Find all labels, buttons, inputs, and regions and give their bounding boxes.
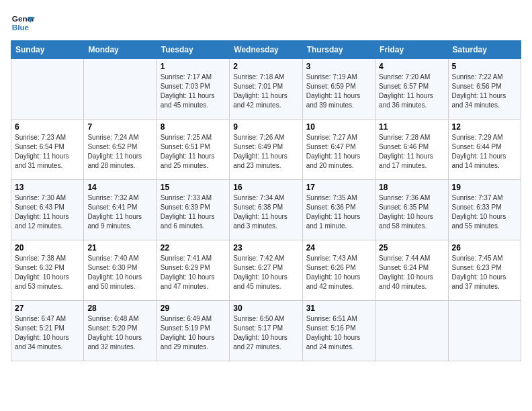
day-number: 9 xyxy=(233,122,298,132)
logo-icon: General Blue xyxy=(11,11,35,35)
day-info: Sunrise: 7:19 AM Sunset: 6:59 PM Dayligh… xyxy=(306,73,371,110)
weekday-header-monday: Monday xyxy=(84,41,157,59)
day-info: Sunrise: 6:49 AM Sunset: 5:19 PM Dayligh… xyxy=(161,314,226,352)
calendar-cell: 8Sunrise: 7:25 AM Sunset: 6:51 PM Daylig… xyxy=(157,120,229,180)
calendar-cell: 9Sunrise: 7:26 AM Sunset: 6:49 PM Daylig… xyxy=(230,120,302,180)
day-number: 29 xyxy=(161,304,226,313)
calendar-cell: 13Sunrise: 7:30 AM Sunset: 6:43 PM Dayli… xyxy=(11,180,84,240)
calendar-cell: 1Sunrise: 7:17 AM Sunset: 7:03 PM Daylig… xyxy=(157,59,229,120)
day-info: Sunrise: 6:50 AM Sunset: 5:17 PM Dayligh… xyxy=(233,314,298,352)
calendar-week-1: 1Sunrise: 7:17 AM Sunset: 7:03 PM Daylig… xyxy=(11,59,521,120)
day-number: 30 xyxy=(233,304,298,313)
weekday-header-saturday: Saturday xyxy=(448,41,521,59)
calendar-cell: 31Sunrise: 6:51 AM Sunset: 5:16 PM Dayli… xyxy=(302,301,375,361)
day-info: Sunrise: 6:48 AM Sunset: 5:20 PM Dayligh… xyxy=(87,314,152,352)
day-number: 8 xyxy=(161,122,226,132)
day-number: 16 xyxy=(233,183,298,192)
calendar-cell: 27Sunrise: 6:47 AM Sunset: 5:21 PM Dayli… xyxy=(11,301,84,361)
day-number: 24 xyxy=(306,243,371,253)
day-info: Sunrise: 7:27 AM Sunset: 6:47 PM Dayligh… xyxy=(306,133,371,171)
day-info: Sunrise: 7:30 AM Sunset: 6:43 PM Dayligh… xyxy=(15,193,80,231)
calendar-cell: 7Sunrise: 7:24 AM Sunset: 6:52 PM Daylig… xyxy=(84,120,157,180)
day-info: Sunrise: 6:47 AM Sunset: 5:21 PM Dayligh… xyxy=(15,314,80,352)
day-number: 11 xyxy=(379,122,444,132)
day-number: 12 xyxy=(452,122,517,132)
calendar-cell: 20Sunrise: 7:38 AM Sunset: 6:32 PM Dayli… xyxy=(11,240,84,301)
day-number: 13 xyxy=(15,183,80,192)
calendar-cell: 15Sunrise: 7:33 AM Sunset: 6:39 PM Dayli… xyxy=(157,180,229,240)
day-number: 21 xyxy=(87,243,152,253)
weekday-header-wednesday: Wednesday xyxy=(230,41,302,59)
day-number: 5 xyxy=(452,62,517,71)
day-number: 27 xyxy=(15,304,80,313)
day-number: 2 xyxy=(233,62,298,71)
day-info: Sunrise: 7:44 AM Sunset: 6:24 PM Dayligh… xyxy=(379,254,444,291)
day-number: 6 xyxy=(15,122,80,132)
day-number: 19 xyxy=(452,183,517,192)
calendar-cell: 23Sunrise: 7:42 AM Sunset: 6:27 PM Dayli… xyxy=(230,240,302,301)
day-info: Sunrise: 7:20 AM Sunset: 6:57 PM Dayligh… xyxy=(379,73,444,110)
day-info: Sunrise: 6:51 AM Sunset: 5:16 PM Dayligh… xyxy=(306,314,371,352)
calendar-cell: 12Sunrise: 7:29 AM Sunset: 6:44 PM Dayli… xyxy=(448,120,521,180)
day-info: Sunrise: 7:35 AM Sunset: 6:36 PM Dayligh… xyxy=(306,193,371,231)
calendar-cell: 4Sunrise: 7:20 AM Sunset: 6:57 PM Daylig… xyxy=(375,59,448,120)
calendar-cell: 10Sunrise: 7:27 AM Sunset: 6:47 PM Dayli… xyxy=(302,120,375,180)
calendar-cell: 26Sunrise: 7:45 AM Sunset: 6:23 PM Dayli… xyxy=(448,240,521,301)
day-number: 17 xyxy=(306,183,371,192)
day-info: Sunrise: 7:36 AM Sunset: 6:35 PM Dayligh… xyxy=(379,193,444,231)
calendar-cell: 28Sunrise: 6:48 AM Sunset: 5:20 PM Dayli… xyxy=(84,301,157,361)
calendar-cell: 14Sunrise: 7:32 AM Sunset: 6:41 PM Dayli… xyxy=(84,180,157,240)
day-number: 26 xyxy=(452,243,517,253)
day-number: 4 xyxy=(379,62,444,71)
calendar-cell: 21Sunrise: 7:40 AM Sunset: 6:30 PM Dayli… xyxy=(84,240,157,301)
day-info: Sunrise: 7:34 AM Sunset: 6:38 PM Dayligh… xyxy=(233,193,298,231)
calendar-cell: 18Sunrise: 7:36 AM Sunset: 6:35 PM Dayli… xyxy=(375,180,448,240)
day-number: 18 xyxy=(379,183,444,192)
day-info: Sunrise: 7:18 AM Sunset: 7:01 PM Dayligh… xyxy=(233,73,298,110)
day-info: Sunrise: 7:23 AM Sunset: 6:54 PM Dayligh… xyxy=(15,133,80,171)
day-number: 28 xyxy=(87,304,152,313)
weekday-header-tuesday: Tuesday xyxy=(157,41,229,59)
calendar-cell: 2Sunrise: 7:18 AM Sunset: 7:01 PM Daylig… xyxy=(230,59,302,120)
calendar-cell: 6Sunrise: 7:23 AM Sunset: 6:54 PM Daylig… xyxy=(11,120,84,180)
svg-text:Blue: Blue xyxy=(12,23,30,32)
day-number: 10 xyxy=(306,122,371,132)
day-info: Sunrise: 7:38 AM Sunset: 6:32 PM Dayligh… xyxy=(15,254,80,291)
day-info: Sunrise: 7:28 AM Sunset: 6:46 PM Dayligh… xyxy=(379,133,444,171)
day-info: Sunrise: 7:24 AM Sunset: 6:52 PM Dayligh… xyxy=(87,133,152,171)
calendar-cell: 22Sunrise: 7:41 AM Sunset: 6:29 PM Dayli… xyxy=(157,240,229,301)
day-number: 23 xyxy=(233,243,298,253)
day-info: Sunrise: 7:22 AM Sunset: 6:56 PM Dayligh… xyxy=(452,73,517,110)
day-info: Sunrise: 7:26 AM Sunset: 6:49 PM Dayligh… xyxy=(233,133,298,171)
calendar-cell: 24Sunrise: 7:43 AM Sunset: 6:26 PM Dayli… xyxy=(302,240,375,301)
day-number: 15 xyxy=(161,183,226,192)
calendar-cell: 17Sunrise: 7:35 AM Sunset: 6:36 PM Dayli… xyxy=(302,180,375,240)
day-number: 1 xyxy=(161,62,226,71)
calendar-cell: 5Sunrise: 7:22 AM Sunset: 6:56 PM Daylig… xyxy=(448,59,521,120)
calendar-cell: 19Sunrise: 7:37 AM Sunset: 6:33 PM Dayli… xyxy=(448,180,521,240)
calendar-cell xyxy=(375,301,448,361)
calendar-cell xyxy=(84,59,157,120)
day-info: Sunrise: 7:17 AM Sunset: 7:03 PM Dayligh… xyxy=(161,73,226,110)
calendar-cell: 11Sunrise: 7:28 AM Sunset: 6:46 PM Dayli… xyxy=(375,120,448,180)
calendar-week-3: 13Sunrise: 7:30 AM Sunset: 6:43 PM Dayli… xyxy=(11,180,521,240)
weekday-header-sunday: Sunday xyxy=(11,41,84,59)
day-number: 14 xyxy=(87,183,152,192)
day-number: 7 xyxy=(87,122,152,132)
day-info: Sunrise: 7:37 AM Sunset: 6:33 PM Dayligh… xyxy=(452,193,517,231)
day-info: Sunrise: 7:41 AM Sunset: 6:29 PM Dayligh… xyxy=(161,254,226,291)
weekday-header-friday: Friday xyxy=(375,41,448,59)
page-header: General Blue xyxy=(11,11,521,35)
calendar-week-4: 20Sunrise: 7:38 AM Sunset: 6:32 PM Dayli… xyxy=(11,240,521,301)
logo: General Blue xyxy=(11,11,35,35)
day-info: Sunrise: 7:25 AM Sunset: 6:51 PM Dayligh… xyxy=(161,133,226,171)
day-number: 3 xyxy=(306,62,371,71)
day-number: 22 xyxy=(161,243,226,253)
day-info: Sunrise: 7:40 AM Sunset: 6:30 PM Dayligh… xyxy=(87,254,152,291)
calendar-cell: 16Sunrise: 7:34 AM Sunset: 6:38 PM Dayli… xyxy=(230,180,302,240)
day-info: Sunrise: 7:29 AM Sunset: 6:44 PM Dayligh… xyxy=(452,133,517,171)
calendar-cell xyxy=(11,59,84,120)
day-number: 31 xyxy=(306,304,371,313)
calendar-cell xyxy=(448,301,521,361)
day-number: 25 xyxy=(379,243,444,253)
